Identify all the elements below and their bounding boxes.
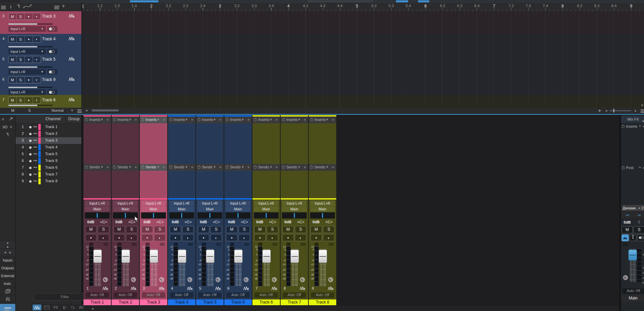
strip-output-select[interactable]: Main: [310, 206, 335, 212]
mute-button[interactable]: M: [170, 226, 181, 233]
inserts-header[interactable]: Inserts ▼ +: [224, 117, 252, 123]
monitor-button[interactable]: ◐: [267, 234, 278, 241]
collapse-horizontal-icon[interactable]: ► ◄: [0, 249, 15, 256]
track-name[interactable]: Track 4: [42, 37, 56, 41]
sends-chevron-icon[interactable]: ▼: [185, 165, 188, 169]
inserts-header[interactable]: Inserts ▼ +: [252, 117, 280, 123]
track-mute-button[interactable]: M: [8, 97, 17, 103]
strip-output-select[interactable]: Main: [169, 206, 194, 212]
pan-slider[interactable]: [141, 212, 166, 219]
sends-rack[interactable]: [252, 171, 280, 198]
inserts-header[interactable]: Inserts ▼ +: [83, 117, 111, 123]
group-column-header[interactable]: Group: [68, 117, 79, 121]
channel-list-row[interactable]: 3 Track 3: [16, 137, 81, 144]
strip-name-bar[interactable]: Track 7: [281, 299, 308, 305]
channel-color-chip[interactable]: [38, 165, 41, 171]
track-solo-button[interactable]: S: [17, 77, 25, 83]
main-monitor-button[interactable]: [622, 234, 629, 241]
clip-indicator[interactable]: [117, 243, 121, 246]
tool-icon[interactable]: [16, 4, 21, 11]
fader-menu-icon[interactable]: [160, 243, 165, 246]
channel-color-chip[interactable]: [38, 151, 41, 157]
strip-output-select[interactable]: Main: [226, 206, 250, 212]
mixer-h-scrollbar[interactable]: ◄: [83, 306, 618, 311]
arranger-section-blue[interactable]: [396, 0, 408, 2]
mute-button[interactable]: M: [198, 226, 209, 233]
sends-header[interactable]: Sends ▼ +: [224, 164, 252, 171]
pan-slider[interactable]: [254, 212, 279, 219]
main-mute-button[interactable]: M: [622, 226, 633, 233]
channel-active-dot[interactable]: [29, 126, 32, 128]
pan-slider[interactable]: [197, 212, 222, 219]
add-insert-icon[interactable]: +: [134, 117, 137, 122]
strip-input-select[interactable]: Input L+R: [169, 201, 194, 206]
fader-cap[interactable]: [290, 250, 299, 263]
track-mute-button[interactable]: M: [8, 56, 17, 63]
track-lane[interactable]: [82, 34, 644, 54]
inserts-rack[interactable]: [252, 123, 280, 164]
arranger-section-blue[interactable]: [418, 0, 429, 2]
gain-value[interactable]: 0dB: [85, 219, 97, 225]
inserts-power-icon[interactable]: [310, 118, 313, 121]
record-arm-button[interactable]: ●: [226, 234, 238, 241]
fader-cap[interactable]: [234, 250, 243, 263]
sends-power-icon[interactable]: [197, 166, 201, 169]
sends-bank-button[interactable]: [70, 305, 76, 310]
channel-color-chip[interactable]: [38, 138, 41, 144]
track-mute-button[interactable]: M: [8, 77, 17, 83]
monitor-button[interactable]: ◐: [126, 234, 137, 241]
zoom-presets-icon[interactable]: [641, 108, 644, 110]
gain-value[interactable]: 0dB: [310, 219, 322, 225]
track-header[interactable]: 4 M S ● ◐ Track 4 Input L+R▼: [0, 34, 81, 54]
strip-input-select[interactable]: Input L+R: [85, 201, 110, 206]
mixer-scroll-left-icon[interactable]: ◄: [91, 307, 94, 310]
pan-value[interactable]: <C>: [323, 219, 335, 225]
track-header[interactable]: 7 M S ● ◐ Track 6 ▼: [0, 95, 81, 108]
mute-button[interactable]: M: [310, 226, 322, 233]
add-insert-icon[interactable]: +: [219, 117, 222, 122]
sends-header[interactable]: Sends ▼ +: [168, 164, 195, 171]
sends-chevron-icon[interactable]: ▼: [241, 165, 244, 169]
inserts-rack[interactable]: [281, 123, 308, 164]
clip-indicator[interactable]: [286, 243, 290, 246]
sends-header[interactable]: Sends ▼ +: [83, 164, 111, 171]
track-solo-button[interactable]: S: [17, 56, 25, 63]
sends-power-icon[interactable]: [310, 166, 313, 169]
sends-header[interactable]: Sends ▼ +: [112, 164, 139, 171]
automation-mode-button[interactable]: Auto: Off: [198, 292, 222, 298]
inserts-chevron-icon[interactable]: ▼: [298, 118, 301, 121]
record-arm-button[interactable]: ●: [113, 234, 125, 241]
strip-name-bar[interactable]: Track 2: [112, 299, 139, 305]
pan-slider[interactable]: [282, 212, 307, 219]
inserts-power-icon[interactable]: [113, 118, 116, 121]
channel-color-chip[interactable]: [38, 144, 41, 150]
track-record-button[interactable]: ●: [25, 56, 33, 63]
add-track-button[interactable]: +: [62, 3, 65, 9]
fader-menu-icon[interactable]: [272, 243, 277, 246]
channel-active-dot[interactable]: [29, 153, 32, 156]
track-solo-button[interactable]: S: [17, 13, 25, 20]
timeline-h-scrollbar[interactable]: [92, 109, 119, 111]
record-arm-button[interactable]: ●: [198, 234, 209, 241]
monitor-button[interactable]: ◐: [210, 234, 222, 241]
inserts-power-icon[interactable]: [226, 118, 229, 121]
track-stereo-toggle[interactable]: [47, 49, 57, 55]
channel-name[interactable]: Track 9: [45, 159, 57, 163]
mute-button[interactable]: M: [254, 226, 266, 233]
pan-knob[interactable]: [215, 277, 221, 282]
v-zoom-icon[interactable]: ▼: [641, 104, 644, 107]
sends-rack[interactable]: [83, 171, 111, 198]
sends-power-icon[interactable]: [282, 166, 285, 169]
channel-name[interactable]: Track 1: [45, 125, 57, 129]
main-gain-value[interactable]: 0dB: [622, 220, 633, 225]
record-arm-button[interactable]: ●: [282, 234, 294, 241]
record-arm-button[interactable]: ●: [170, 234, 181, 241]
inserts-rack[interactable]: [112, 123, 139, 164]
add-send-icon[interactable]: +: [303, 165, 306, 170]
sends-rack[interactable]: [168, 171, 195, 198]
arrangement-lanes[interactable]: [82, 11, 644, 108]
inserts-rack[interactable]: [224, 123, 252, 164]
clip-indicator[interactable]: [174, 243, 178, 246]
channel-list-row[interactable]: 1 Track 1: [16, 124, 81, 130]
sends-rack[interactable]: [140, 171, 167, 198]
